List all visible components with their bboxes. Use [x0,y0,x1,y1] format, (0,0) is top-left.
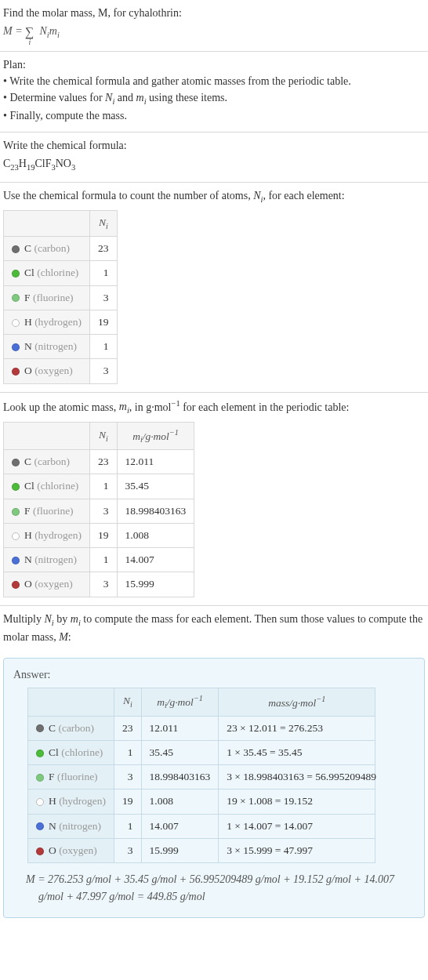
table-row: C (carbon)2312.01123 × 12.011 = 276.253 [28,716,375,740]
table-row: N (nitrogen)1 [4,335,118,359]
element-color-dot [36,848,44,855]
element-cell: O (oxygen) [4,359,90,383]
element-name: (fluorine) [33,292,74,303]
m-value: 1.008 [141,789,219,814]
element-color-dot [12,459,20,466]
table-row: H (hydrogen)191.008 [4,523,194,547]
sigma-icon: ∑ i [25,26,34,38]
table-row: Cl (chlorine)135.451 × 35.45 = 35.45 [28,740,375,764]
element-symbol: H [24,529,34,541]
element-symbol: Cl [49,746,61,758]
table-row: C (carbon)2312.011 [4,450,194,474]
chemical-formula: C23H19ClF3NO3 [3,154,425,174]
element-color-dot [12,581,20,589]
element-name: (carbon) [34,242,70,254]
m-value: 14.007 [141,814,219,838]
col-Ni: Ni [90,422,118,449]
element-name: (carbon) [58,722,94,734]
element-symbol: N [24,554,34,565]
mass-value: 3 × 18.998403163 = 56.995209489 [219,765,375,789]
element-color-dot [12,319,20,327]
element-color-dot [12,532,20,540]
element-symbol: N [49,820,59,832]
write-formula-section: Write the chemical formula: C23H19ClF3NO… [0,132,428,183]
n-value: 3 [90,572,118,597]
table-header-row: Ni mi/g·mol−1 mass/g·mol−1 [28,688,375,716]
element-cell: F (fluorine) [4,499,90,523]
n-value: 1 [90,474,118,499]
table-row: N (nitrogen)114.0071 × 14.007 = 14.007 [28,814,375,838]
element-cell: Cl (chlorine) [4,261,90,285]
element-symbol: C [24,456,34,467]
multiply-section: Multiply Ni by mi to compute the mass fo… [0,606,428,654]
element-color-dot [36,798,44,806]
col-mi: mi/g·mol−1 [117,422,194,449]
element-name: (hydrogen) [59,795,106,807]
n-value: 1 [114,814,142,838]
mass-value: 19 × 1.008 = 19.152 [219,789,375,814]
element-name: (hydrogen) [34,316,82,328]
n-value: 1 [90,261,118,285]
element-color-dot [36,750,44,757]
element-symbol: Cl [24,480,37,492]
element-cell: O (oxygen) [4,572,90,597]
element-cell: H (hydrogen) [28,789,114,814]
element-symbol: F [24,505,33,517]
element-color-dot [12,343,20,351]
table-row: H (hydrogen)191.00819 × 1.008 = 19.152 [28,789,375,814]
write-formula-heading: Write the chemical formula: [3,137,425,154]
element-name: (chlorine) [37,480,78,492]
plan-item-3: • Finally, compute the mass. [3,107,425,124]
table-row: Cl (chlorine)1 [4,261,118,285]
element-name: (chlorine) [37,267,78,278]
element-color-dot [12,245,20,253]
table-row: F (fluorine)318.998403163 [4,499,194,523]
element-symbol: O [24,578,34,590]
n-value: 23 [90,450,118,474]
element-name: (oxygen) [34,578,73,590]
element-cell: F (fluorine) [28,765,114,789]
answer-table: Ni mi/g·mol−1 mass/g·mol−1 C (carbon)231… [27,688,375,863]
lookup-mass-table: Ni mi/g·mol−1 C (carbon)2312.011Cl (chlo… [3,422,194,597]
element-symbol: O [49,844,59,856]
element-cell: H (hydrogen) [4,310,90,334]
element-symbol: H [24,316,34,328]
table-row: Cl (chlorine)135.45 [4,474,194,499]
lookup-mass-heading: Look up the atomic mass, mi, in g·mol−1 … [3,397,425,417]
element-cell: N (nitrogen) [4,548,90,572]
element-name: (hydrogen) [34,529,82,541]
n-value: 3 [90,359,118,383]
n-value: 1 [90,335,118,359]
final-result: M = 276.253 g/mol + 35.45 g/mol + 56.995… [26,863,415,906]
element-color-dot [36,774,44,782]
table-header-row: Ni mi/g·mol−1 [4,422,194,449]
element-color-dot [12,368,20,376]
n-value: 19 [90,310,118,334]
element-name: (nitrogen) [34,340,77,352]
n-value: 3 [90,499,118,523]
element-cell: Cl (chlorine) [28,740,114,764]
element-cell: H (hydrogen) [4,523,90,547]
element-name: (nitrogen) [34,554,77,565]
n-value: 23 [114,716,142,740]
element-name: (fluorine) [33,505,74,517]
intro-section: Find the molar mass, M, for cyhalothrin:… [0,0,428,52]
n-value: 19 [90,523,118,547]
col-Ni: Ni [114,688,142,716]
col-element [4,211,90,237]
element-name: (fluorine) [57,771,98,782]
m-value: 18.998403163 [141,765,219,789]
answer-label: Answer: [13,666,415,683]
element-name: (nitrogen) [59,820,101,832]
col-mi: mi/g·mol−1 [141,688,219,716]
element-color-dot [36,724,44,732]
multiply-heading: Multiply Ni by mi to compute the mass fo… [3,611,425,646]
table-row: C (carbon)23 [4,237,118,261]
molar-mass-formula: M = ∑ i Nimi [3,21,425,43]
count-atoms-section: Use the chemical formula to count the nu… [0,183,428,393]
m-value: 1.008 [117,523,194,547]
element-symbol: N [24,340,34,352]
element-cell: C (carbon) [4,237,90,261]
element-color-dot [12,270,20,278]
plan-item-2: • Determine values for Ni and mi using t… [3,89,425,108]
